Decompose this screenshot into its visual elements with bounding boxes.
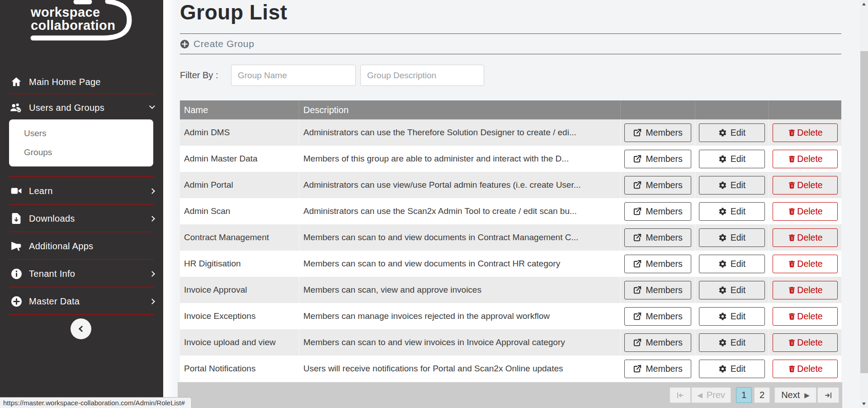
edit-button[interactable]: Edit	[699, 307, 765, 326]
edit-button[interactable]: Edit	[699, 202, 765, 221]
gear-icon	[718, 155, 727, 163]
page-2-button[interactable]: 2	[754, 387, 770, 403]
trash-icon	[788, 207, 796, 216]
members-button[interactable]: Members	[624, 202, 691, 221]
table-row: Portal Notifications Users will receive …	[180, 356, 841, 382]
delete-button[interactable]: Delete	[773, 333, 838, 352]
edit-button[interactable]: Edit	[699, 123, 765, 142]
edit-button[interactable]: Edit	[699, 281, 765, 299]
sidebar-item-main-home-page[interactable]: Main Home Page	[0, 70, 163, 94]
delete-button[interactable]: Delete	[773, 307, 838, 326]
delete-button[interactable]: Delete	[773, 360, 838, 378]
delete-button[interactable]: Delete	[773, 176, 838, 195]
group-description-cell: Administrators can use view/use Portal a…	[299, 172, 620, 198]
group-description-filter-input[interactable]	[360, 65, 484, 86]
main-content: Group List Create Group Filter By : Name…	[163, 0, 860, 408]
sidebar-divider	[9, 176, 154, 177]
group-description-cell: Members of this group are able to admini…	[299, 146, 620, 172]
members-button[interactable]: Members	[624, 360, 691, 378]
scrollbar-thumb[interactable]	[860, 51, 868, 373]
group-description-cell: Administrators can use the Therefore Sol…	[299, 119, 620, 146]
table-row: Contract Management Members can scan to …	[180, 224, 841, 251]
trash-icon	[788, 260, 796, 268]
sidebar-divider	[9, 314, 154, 315]
column-header-edit	[695, 100, 769, 119]
prev-page-button[interactable]: ◀ Prev	[691, 387, 731, 403]
prev-label: Prev	[707, 390, 725, 400]
info-circle-icon	[9, 268, 23, 280]
members-button[interactable]: Members	[624, 228, 691, 247]
members-button[interactable]: Members	[624, 150, 691, 168]
group-name-filter-input[interactable]	[231, 65, 356, 86]
trash-icon	[788, 338, 796, 347]
sidebar-item-downloads[interactable]: Downloads	[0, 207, 163, 230]
sidebar-item-tenant-info[interactable]: Tenant Info	[0, 262, 163, 285]
last-page-button[interactable]	[817, 387, 839, 403]
edit-button[interactable]: Edit	[699, 360, 765, 378]
external-link-icon	[633, 259, 642, 268]
create-group-button[interactable]: Create Group	[180, 38, 254, 49]
gear-icon	[718, 260, 727, 268]
delete-button[interactable]: Delete	[773, 150, 838, 168]
delete-button[interactable]: Delete	[773, 123, 838, 142]
group-description-cell: Members can scan, view and approve invoi…	[299, 277, 620, 303]
external-link-icon	[633, 154, 642, 163]
members-button[interactable]: Members	[624, 255, 691, 273]
delete-button[interactable]: Delete	[773, 255, 838, 273]
edit-button[interactable]: Edit	[699, 150, 765, 168]
column-header-members	[620, 100, 695, 119]
members-button[interactable]: Members	[624, 307, 691, 326]
chevron-right-icon	[149, 188, 155, 194]
first-page-icon	[676, 392, 684, 399]
group-name-cell: Invoice Approval	[180, 277, 299, 303]
table-header: Name Description	[180, 100, 841, 119]
sidebar-divider	[9, 259, 154, 260]
next-label: Next	[781, 390, 800, 400]
group-name-cell: Invoice upload and view	[180, 329, 299, 356]
gear-icon	[718, 207, 727, 216]
sidebar-item-users-and-groups[interactable]: Users and Groups	[0, 96, 163, 119]
edit-button[interactable]: Edit	[699, 333, 765, 352]
members-button[interactable]: Members	[624, 123, 691, 142]
sidebar-item-label: Main Home Page	[29, 77, 101, 87]
scroll-up-icon[interactable]	[862, 3, 866, 5]
members-button[interactable]: Members	[624, 176, 691, 195]
scroll-down-icon[interactable]	[862, 403, 866, 405]
gear-icon	[718, 365, 727, 373]
sidebar-collapse-button[interactable]	[71, 318, 91, 339]
submenu-item-users[interactable]: Users	[24, 128, 153, 138]
edit-button[interactable]: Edit	[699, 176, 765, 195]
sidebar-item-label: Tenant Info	[29, 269, 75, 279]
members-button[interactable]: Members	[624, 281, 691, 299]
delete-button[interactable]: Delete	[773, 228, 838, 247]
last-page-icon	[824, 392, 832, 399]
sidebar-item-learn[interactable]: Learn	[0, 179, 163, 203]
next-triangle-icon: ▶	[804, 392, 810, 399]
delete-button[interactable]: Delete	[773, 281, 838, 299]
sidebar: workspace collaboration Main Home Page	[0, 0, 163, 408]
group-name-cell: Admin DMS	[180, 119, 299, 146]
sidebar-item-additional-apps[interactable]: Additional Apps	[0, 234, 163, 258]
delete-button[interactable]: Delete	[773, 202, 838, 221]
column-header-name: Name	[180, 100, 299, 119]
group-name-cell: Admin Master Data	[180, 146, 299, 172]
sidebar-item-label: Users and Groups	[29, 103, 104, 113]
page-1-button[interactable]: 1	[736, 387, 752, 403]
submenu-item-groups[interactable]: Groups	[24, 147, 153, 157]
filter-row: Filter By :	[180, 65, 484, 86]
group-description-cell: Members can scan to and view documents i…	[299, 224, 620, 251]
edit-button[interactable]: Edit	[699, 228, 765, 247]
page-scrollbar[interactable]	[860, 0, 868, 408]
trash-icon	[788, 365, 796, 373]
edit-button[interactable]: Edit	[699, 255, 765, 273]
video-camera-icon	[9, 185, 23, 197]
external-link-icon	[633, 128, 642, 137]
members-button[interactable]: Members	[624, 333, 691, 352]
home-icon	[9, 76, 23, 88]
chevron-right-icon	[149, 216, 155, 222]
first-page-button[interactable]	[670, 387, 691, 403]
chevron-down-icon	[149, 103, 155, 109]
next-page-button[interactable]: Next ▶	[774, 387, 816, 403]
sidebar-item-master-data[interactable]: Master Data	[0, 289, 163, 313]
plus-circle-icon	[9, 296, 23, 307]
